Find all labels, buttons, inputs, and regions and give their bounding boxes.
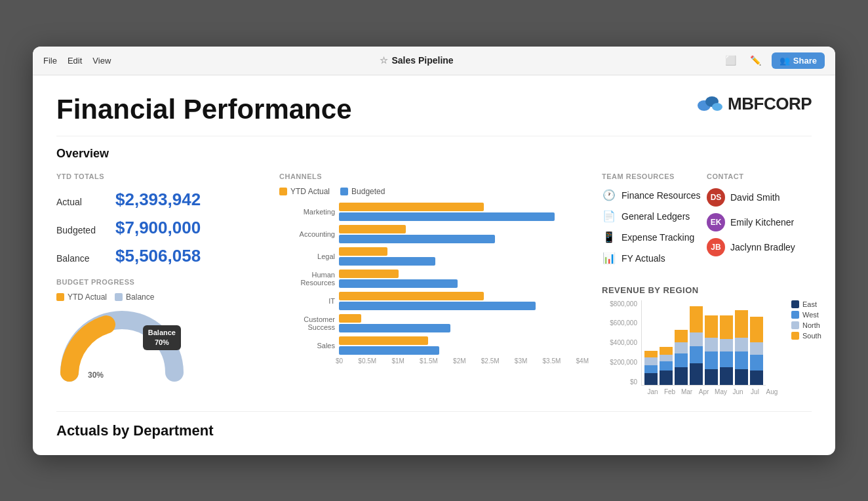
bar-south — [660, 347, 673, 355]
channel-bar-row: CustomerSuccess — [279, 314, 589, 332]
avatar-david: DS — [707, 188, 725, 207]
bar-budgeted — [339, 279, 458, 288]
bar-budgeted — [339, 235, 495, 243]
bar-east — [675, 367, 688, 384]
page-header: Financial Performance MBFCORP — [56, 94, 812, 125]
channel-bar-row: Accounting — [279, 225, 589, 243]
legend-dot-actual — [56, 293, 64, 301]
bar-budgeted — [339, 324, 450, 332]
bar-west — [675, 353, 688, 368]
logo-text: MBFCORP — [728, 94, 812, 114]
menu-edit[interactable]: Edit — [68, 56, 82, 66]
bar-actual — [339, 292, 484, 300]
company-logo: MBFCORP — [695, 94, 812, 114]
overview-grid: YTD Totals Actual $2,393,942 Budgeted $7… — [56, 172, 812, 395]
contact-david: DS David Smith — [707, 188, 812, 207]
logo-icon — [695, 94, 724, 113]
revenue-bar-col — [675, 306, 688, 385]
bar-east — [660, 371, 673, 385]
legend-east: East — [791, 300, 821, 308]
bar-north — [675, 342, 688, 353]
bar-north — [660, 355, 673, 361]
legend-dot-balance — [115, 293, 123, 301]
donut-chart: 30% Balance70% — [56, 307, 187, 386]
clock-icon: 🕐 — [602, 188, 616, 203]
channel-bar-row: Legal — [279, 247, 589, 266]
x-month-label: Mar — [681, 388, 694, 395]
legend-east-dot — [791, 300, 799, 308]
x-month-label: Jun — [732, 388, 745, 395]
budget-progress-label: Budget Progress — [56, 278, 266, 286]
revenue-bar-col — [750, 306, 763, 385]
channel-bar-row: Marketing — [279, 203, 589, 221]
legend-west-dot — [791, 311, 799, 319]
ytd-balance-value: $5,506,058 — [115, 246, 201, 266]
ytd-budgeted-value: $7,900,000 — [115, 218, 201, 238]
legend-south-dot — [791, 332, 799, 340]
x-axis: $0$0.5M$1M$1.5M$2M$2.5M$3M$3.5M$4M — [279, 357, 589, 365]
legend-north-dot — [791, 321, 799, 329]
bar-east — [735, 369, 748, 385]
menu-file[interactable]: File — [43, 56, 57, 66]
bar-west — [660, 361, 673, 371]
bar-north — [644, 357, 658, 365]
grid-icon: 📊 — [602, 251, 616, 266]
bar-south — [735, 310, 748, 338]
star-icon[interactable]: ☆ — [380, 55, 388, 66]
donut-legend: YTD Actual Balance — [56, 292, 266, 302]
bar-west — [750, 355, 763, 371]
bar-budgeted — [339, 212, 555, 221]
team-label: Team Resources — [602, 172, 707, 180]
channels-label: Channels — [279, 172, 589, 180]
revenue-section: Revenue by Region $800,000 $600,000 $400… — [602, 285, 812, 395]
ytd-actual-label: Actual — [56, 197, 102, 207]
share-button[interactable]: 👥 Share — [772, 52, 825, 69]
svg-text:30%: 30% — [88, 371, 104, 380]
contact-jaclynn: JB Jaclynn Bradley — [707, 238, 812, 256]
actuals-title: Actuals by Department — [56, 422, 812, 439]
revenue-bar-col — [735, 306, 748, 385]
chart-legend: YTD Actual Budgeted — [279, 187, 589, 196]
bar-west — [735, 351, 748, 369]
bar-east — [720, 367, 733, 384]
bar-budgeted — [339, 346, 439, 355]
revenue-bar-col — [644, 306, 658, 385]
main-content: Financial Performance MBFCORP Overview Y… — [33, 75, 835, 455]
bar-east — [644, 373, 658, 385]
x-month-label: Feb — [663, 388, 677, 395]
bar-north — [750, 342, 763, 355]
present-button[interactable]: ⬜ — [722, 51, 740, 70]
ytd-actual-row: Actual $2,393,942 — [56, 190, 266, 210]
ytd-totals: YTD Totals Actual $2,393,942 Budgeted $7… — [56, 172, 266, 395]
resource-finance[interactable]: 🕐 Finance Resources — [602, 188, 707, 203]
resource-fy[interactable]: 📊 FY Actuals — [602, 251, 707, 266]
ytd-balance-row: Balance $5,506,058 — [56, 246, 266, 266]
ytd-budgeted-row: Budgeted $7,900,000 — [56, 218, 266, 238]
x-month-label: May — [715, 388, 728, 395]
menu-view[interactable]: View — [92, 56, 111, 66]
page-title: Financial Performance — [56, 94, 352, 125]
bar-south — [675, 330, 688, 342]
stacked-bars — [641, 300, 766, 386]
revenue-bar-col — [705, 306, 718, 385]
bar-actual — [339, 247, 387, 256]
bar-budgeted — [339, 302, 536, 310]
document-title: Sales Pipeline — [392, 55, 454, 66]
x-month-label: Jul — [749, 388, 762, 395]
avatar-emily: EK — [707, 213, 725, 231]
resource-ledger[interactable]: 📄 General Ledgers — [602, 209, 707, 224]
bar-actual — [339, 203, 484, 211]
bar-west — [705, 351, 718, 369]
team-resources: Team Resources 🕐 Finance Resources 📄 Gen… — [602, 172, 707, 272]
legend-ytd-dot — [279, 188, 287, 195]
revenue-chart-container: $800,000 $600,000 $400,000 $200,000 $0 — [602, 300, 812, 395]
tablet-icon: 📱 — [602, 230, 616, 245]
ytd-label: YTD Totals — [56, 172, 266, 180]
channel-bar-row: IT — [279, 292, 589, 310]
bar-west — [690, 346, 703, 363]
bar-south — [690, 306, 703, 333]
edit-button[interactable]: ✏️ — [747, 51, 765, 70]
titlebar-actions: ⬜ ✏️ 👥 Share — [722, 51, 825, 70]
legend-ytd: YTD Actual — [279, 187, 330, 196]
resource-expense[interactable]: 📱 Expense Tracking — [602, 230, 707, 245]
